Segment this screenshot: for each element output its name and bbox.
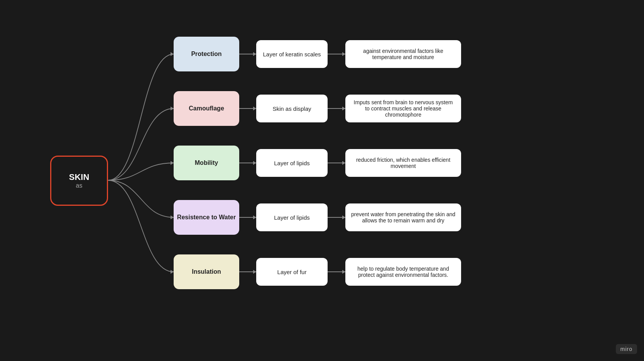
leaf-node-insulation: Layer of fur <box>256 258 328 286</box>
svg-marker-13 <box>253 270 256 274</box>
detail-node-insulation: help to regulate body temperature and pr… <box>345 258 461 286</box>
svg-marker-0 <box>171 52 174 56</box>
root-node: SKIN as <box>50 156 108 206</box>
detail-node-mobility: reduced friction, which enables efficien… <box>345 149 461 177</box>
root-subtitle: as <box>76 182 83 189</box>
branch-node-mobility: Mobility <box>174 146 239 180</box>
miro-watermark: miro <box>616 344 637 354</box>
svg-marker-5 <box>342 107 345 110</box>
leaf-node-camouflage: Skin as display <box>256 95 328 122</box>
branch-node-resistance: Resistence to Water <box>174 200 239 235</box>
leaf-node-protection: Layer of keratin scales <box>256 40 328 68</box>
svg-marker-1 <box>253 52 256 56</box>
branch-node-protection: Protection <box>174 37 239 71</box>
root-title: SKIN <box>69 172 90 182</box>
detail-node-protection: against environmental factors like tempe… <box>345 40 461 68</box>
svg-marker-11 <box>342 215 345 219</box>
svg-marker-9 <box>171 215 174 219</box>
svg-marker-3 <box>171 107 174 110</box>
svg-marker-2 <box>342 52 345 56</box>
branch-node-insulation: Insulation <box>174 254 239 289</box>
svg-marker-6 <box>171 161 174 165</box>
leaf-node-resistance: Layer of lipids <box>256 203 328 231</box>
svg-marker-12 <box>171 270 174 274</box>
svg-marker-4 <box>253 107 256 110</box>
branch-node-camouflage: Camouflage <box>174 91 239 126</box>
svg-marker-10 <box>253 215 256 219</box>
detail-node-camouflage: Imputs sent from brain to nervous system… <box>345 95 461 122</box>
svg-marker-8 <box>342 161 345 165</box>
svg-marker-7 <box>253 161 256 165</box>
leaf-node-mobility: Layer of lipids <box>256 149 328 177</box>
svg-marker-14 <box>342 270 345 274</box>
canvas: SKIN as ProtectionLayer of keratin scale… <box>0 0 644 361</box>
detail-node-resistance: prevent water from penetrating the skin … <box>345 203 461 231</box>
